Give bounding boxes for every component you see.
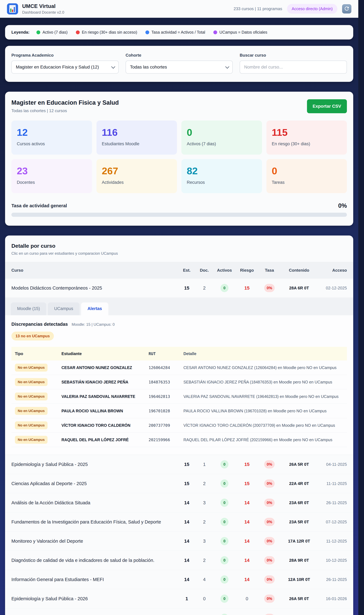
tasa-badge: 0%: [264, 575, 275, 584]
course-contenido: 17A 12R 0T: [281, 539, 317, 544]
legend-items: Activo (7 dias) En riesgo (30+ dias sin …: [37, 30, 267, 35]
disc-col-estudiante: Estudiante: [62, 351, 149, 356]
tasa-badge: 0%: [264, 556, 275, 564]
stat-label: Actividades: [102, 180, 172, 185]
disc-detalle: VALERIA PAZ SANDOVAL NAVARRETE (19646281…: [182, 394, 346, 399]
program-subtitle: Todas las cohortes | 12 cursos: [11, 108, 119, 113]
course-table-header: Curso Est. Doc. Activos Riesgo Tasa Cont…: [5, 262, 353, 278]
stat-value: 115: [272, 127, 342, 137]
activity-rate-value: 0%: [338, 202, 347, 209]
course-search-input[interactable]: [244, 65, 342, 70]
stat-value: 82: [187, 166, 257, 176]
program-header: Magister en Educacion Fisica y Salud Tod…: [11, 99, 347, 113]
app-title: UMCE Virtual: [22, 3, 64, 9]
course-name: Monitoreo y Valoración del Deporte: [11, 539, 178, 544]
topbar-right: 233 cursos | 11 programas Acceso directo…: [234, 4, 351, 14]
refresh-button[interactable]: [342, 4, 351, 14]
course-activos: 0: [213, 537, 236, 545]
course-expanded-panel: Moodle (15) UCampus Alertas Discrepancia…: [5, 298, 353, 455]
tasa-badge: 0%: [264, 284, 275, 292]
table-row: No en UCampus VALERIA PAZ SANDOVAL NAVAR…: [11, 389, 347, 404]
stat-label: En riesgo (30+ dias): [272, 141, 342, 146]
program-header-text: Magister en Educacion Fisica y Salud Tod…: [11, 99, 119, 113]
table-row[interactable]: Epidemiología y Salud Pública - 2026 1 0…: [5, 589, 353, 608]
activity-progress-bar: [11, 213, 347, 217]
col-header-doc: Doc.: [195, 268, 213, 273]
stat-value: 23: [17, 166, 87, 176]
legend-item: Activo (7 dias): [37, 30, 67, 35]
table-row: No en UCampus CESAR ANTONIO NUNEZ GONZAL…: [11, 360, 347, 375]
stat-value: 0: [272, 166, 342, 176]
disc-estudiante: VALERIA PAZ SANDOVAL NAVARRETE: [62, 394, 149, 399]
bar-blue: [14, 7, 15, 12]
tab-alertas[interactable]: Alertas: [81, 302, 108, 315]
col-header-riesgo: Riesgo: [236, 268, 258, 273]
program-select[interactable]: Magister en Educacion Fisica y Salud (12…: [11, 61, 119, 74]
course-activos: 0: [213, 556, 236, 564]
course-est: 1: [178, 596, 195, 601]
course-acceso: 04-11-2025: [317, 462, 347, 467]
table-row[interactable]: Análisis de la Acción Didáctica Situada …: [5, 493, 353, 512]
course-tasa: 0%: [258, 518, 281, 526]
bar-chart-icon: [9, 5, 16, 13]
export-csv-button[interactable]: Exportar CSV: [307, 99, 347, 113]
bar-red: [12, 10, 13, 12]
table-row[interactable]: Epidemiología y Salud Pública - 2025 15 …: [5, 455, 353, 474]
app-logo-bar-chart-icon: [7, 3, 18, 14]
course-name: Fundamentos de la Investigación para Edu…: [11, 519, 178, 525]
course-doc: 2: [195, 558, 213, 563]
tasa-badge: 0%: [264, 518, 275, 526]
alerts-panel: Discrepancias detectadas Moodle: 15 | UC…: [5, 315, 353, 455]
page: UMCE Virtual Dashboard Docente v2.0 233 …: [0, 0, 358, 615]
course-detail-card: Detalle por curso Clic en un curso para …: [5, 235, 353, 615]
discrepancies-meta: Moodle: 15 | UCampus: 0: [72, 322, 115, 327]
disc-tipo: No en UCampus: [12, 378, 62, 386]
tipo-badge: No en UCampus: [15, 407, 48, 415]
course-acceso: 26-11-2025: [317, 500, 347, 505]
course-table: Curso Est. Doc. Activos Riesgo Tasa Cont…: [5, 262, 353, 615]
tab-ucampus[interactable]: UCampus: [48, 302, 79, 315]
tab-moodle[interactable]: Moodle (15): [11, 302, 46, 315]
disc-col-detalle: Detalle: [182, 351, 346, 356]
legend-item: Tasa actividad = Activos / Total: [145, 30, 205, 35]
activos-badge: 0: [221, 518, 228, 526]
refresh-icon: [344, 6, 350, 12]
table-row[interactable]: Monitoreo y Valoración del Deporte 14 3 …: [5, 532, 353, 551]
activity-rate-label: Tasa de actividad general: [11, 203, 67, 208]
stat-card: 116 Estudiantes Moodle: [96, 121, 177, 155]
course-tasa: 0%: [258, 537, 281, 545]
activos-badge: 0: [221, 595, 228, 603]
course-tasa: 0%: [258, 575, 281, 584]
program-filter-label: Programa Academico: [11, 53, 119, 58]
course-activos: 0: [213, 460, 236, 468]
activos-badge: 0: [221, 460, 228, 468]
discrepancies-title: Discrepancias detectadas: [11, 322, 68, 327]
course-activos: 0: [213, 614, 236, 615]
tasa-badge: 0%: [264, 537, 275, 545]
detail-subtitle: Clic en un curso para ver estudiantes y …: [11, 251, 347, 256]
course-doc: 0: [195, 596, 213, 601]
course-name: Modelos Didácticos Contemporáneos - 2025: [11, 286, 178, 291]
disc-estudiante: RAQUEL DEL PILAR LÓPEZ JOFRÉ: [62, 437, 149, 442]
course-contenido: 22A 4R 0T: [281, 481, 317, 486]
course-tasa: 0%: [258, 614, 281, 615]
course-doc: 2: [195, 519, 213, 525]
course-riesgo: 14: [236, 577, 258, 582]
col-header-acceso: Acceso: [317, 268, 347, 273]
stat-value: 12: [17, 127, 87, 137]
course-doc: 1: [195, 462, 213, 467]
stat-label: Docentes: [17, 180, 87, 185]
search-box: [240, 61, 347, 74]
table-row[interactable]: Fundamentos de la Investigación para Edu…: [5, 512, 353, 532]
table-row[interactable]: Ciencias Aplicadas al Deporte - 2026 0 2…: [5, 608, 353, 615]
course-riesgo: 14: [236, 500, 258, 506]
legend-dot-icon: [213, 30, 217, 34]
cohort-select[interactable]: Todas las cohortes: [126, 61, 233, 74]
table-row[interactable]: Modelos Didácticos Contemporáneos - 2025…: [5, 278, 353, 298]
legend-item-label: Tasa actividad = Activos / Total: [151, 30, 205, 35]
course-tasa: 0%: [258, 499, 281, 507]
page-scrollbar[interactable]: [358, 0, 364, 615]
table-row[interactable]: Información General para Estudiantes - M…: [5, 570, 353, 589]
table-row[interactable]: Ciencias Aplicadas al Deporte - 2025 15 …: [5, 474, 353, 493]
table-row[interactable]: Diagnóstico de calidad de vida e indicad…: [5, 551, 353, 570]
